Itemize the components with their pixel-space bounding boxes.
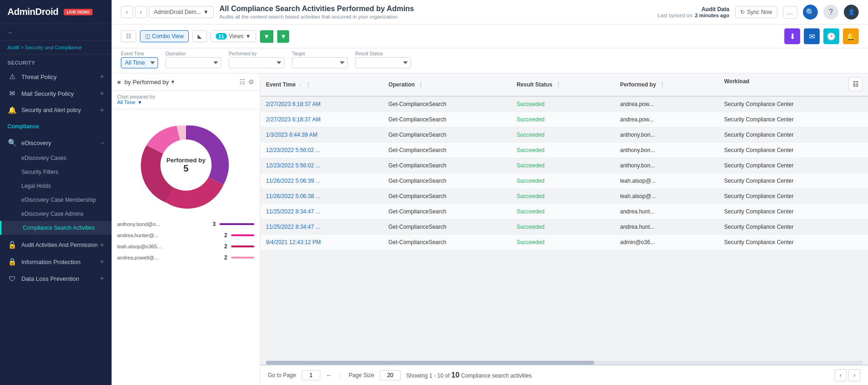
help-button[interactable]: ? [823,5,838,20]
user-button[interactable]: 👤 [844,5,859,20]
operation-filter: Operation [166,51,221,68]
download-btn[interactable]: ⬇ [784,28,800,44]
result-status-menu-icon[interactable]: ⋮ [556,81,561,88]
sidebar-item-ediscovery[interactable]: 🔍 eDiscovery − [0,134,112,151]
views-btn[interactable]: 11 Views ▼ [211,30,256,42]
result-status-select[interactable] [355,57,411,68]
info-protection-expand[interactable]: + [100,258,104,266]
scrollbar-thumb[interactable] [266,361,594,365]
more-options-button[interactable]: … [783,6,797,19]
page-go-btn[interactable]: ← [326,372,332,379]
cell-workload-8: Security Compliance Center [719,219,868,235]
page-number-input[interactable] [302,370,320,380]
legend-bar-3 [231,257,254,259]
cell-performed-by-2: anthony.bon... [615,127,719,143]
nav-next-btn[interactable]: › [135,6,147,18]
col-performed-by[interactable]: Performed by ⋮ [615,73,719,96]
sidebar-item-information-protection[interactable]: 🔒 Information Protection + [0,253,112,270]
cell-performed-by-9: admin@o36... [615,235,719,250]
sidebar-sub-legal-holds[interactable]: Legal Holds [0,179,112,193]
sidebar-item-data-loss[interactable]: 🛡 Data Loss Prevention + [0,270,112,287]
page-subtitle: Audits all the content search based acti… [219,14,414,20]
sidebar-sub-compliance-search[interactable]: Compliance Search Activities [0,221,112,235]
cell-workload-5: Security Compliance Center [719,173,868,189]
filter-row: Event Time All Time Operation Performed … [112,48,868,73]
event-time-menu-icon[interactable]: ⋮ [305,81,311,88]
cell-result-status-8: Succeeded [511,219,615,235]
cell-performed-by-5: leah.alsop@... [615,173,719,189]
cell-event-time-0: 2/27/2023 6:18:37 AM [260,96,383,112]
table-row: 11/26/2022 5:06:38 ... Get-ComplianceSea… [260,189,868,204]
threat-policy-expand[interactable]: + [100,73,104,81]
col-settings-btn[interactable]: ☷ [848,77,862,91]
cell-operation-3: Get-ComplianceSearch [383,143,511,158]
col-event-time[interactable]: Event Time ↓ ⋮ [260,73,383,96]
schedule-btn[interactable]: 🕑 [823,28,839,44]
sidebar-sub-ediscovery-cases[interactable]: eDiscovery Cases [0,151,112,165]
performed-by-label: Performed by [229,51,285,56]
grid-view-btn[interactable]: ☷ [121,30,136,42]
target-select[interactable] [292,57,348,68]
back-button[interactable]: ← [0,24,112,41]
chart-expand-icon[interactable]: ☷ [239,78,245,86]
chart-prepared-dropdown-icon: ▼ [137,100,142,105]
chart-settings-icon[interactable]: ⚙ [248,78,254,86]
chart-view-btn[interactable]: ◣ [192,30,207,42]
col-workload[interactable]: Workload ☷ [719,73,868,96]
views-dropdown-icon: ▼ [245,33,251,40]
event-time-select[interactable]: All Time [121,57,158,68]
sidebar-sub-case-admins[interactable]: eDiscovery Case Admins [0,207,112,221]
cell-operation-7: Get-ComplianceSearch [383,204,511,219]
sidebar-item-mail-security[interactable]: ✉ Mail Security Policy + [0,85,112,102]
chart-by-label: by Performed by [125,79,169,86]
filter-dropdown-btn[interactable]: ▼ [277,30,289,43]
chart-by-dropdown[interactable]: by Performed by ▼ [125,79,175,86]
audit-data-title: Audit Data [658,6,729,13]
operation-select[interactable] [166,57,221,68]
col-result-status[interactable]: Result Status ⋮ [511,73,615,96]
sidebar-item-threat-policy[interactable]: ⚠ Threat Policy + [0,68,112,85]
table-row: 12/23/2022 5:56:02 ... Get-ComplianceSea… [260,143,868,158]
result-status-filter: Result Status [355,51,411,68]
search-button[interactable]: 🔍 [803,5,818,20]
donut-chart: Performed by 5 [139,119,232,212]
org-selector[interactable]: AdminDroid Dem... ▼ [149,6,214,18]
cell-result-status-6: Succeeded [511,189,615,204]
sidebar-item-audit-activities[interactable]: 🔓 Audit Activities And Permission + [0,237,112,253]
cell-event-time-2: 1/3/2023 8:44:39 AM [260,127,383,143]
page-size-input[interactable] [380,370,401,380]
notification-btn[interactable]: 🔔 [843,28,859,44]
event-time-sort-icon[interactable]: ↓ [299,81,302,88]
performed-by-menu-icon[interactable]: ⋮ [659,81,665,88]
email-btn[interactable]: ✉ [804,28,820,44]
operation-menu-icon[interactable]: ⋮ [418,81,424,88]
sidebar: AdminDroid LIVE DEMO ← Audit > Security … [0,0,112,385]
combo-view-btn[interactable]: ◫ Combo View [140,30,189,42]
horizontal-scrollbar[interactable] [266,361,862,365]
sidebar-item-security-alert[interactable]: 🔔 Security and Alert policy + [0,102,112,119]
table-row: 11/26/2022 5:06:39 ... Get-ComplianceSea… [260,173,868,189]
audit-expand[interactable]: + [100,241,104,249]
security-alert-expand[interactable]: + [100,106,104,114]
operation-label: Operation [166,51,221,56]
data-loss-expand[interactable]: + [100,274,104,283]
cell-result-status-0: Succeeded [511,96,615,112]
cell-workload-2: Security Compliance Center [719,127,868,143]
cell-performed-by-7: andrea.hunt... [615,204,719,219]
mail-security-expand[interactable]: + [100,89,104,98]
prev-page-btn[interactable]: ‹ [835,369,847,381]
legend-bar-2 [231,246,254,247]
filter-btn[interactable]: ▼ [260,30,273,43]
sidebar-sub-security-filters[interactable]: Security Filters [0,165,112,179]
legend-count-0: 3 [212,221,216,227]
sidebar-sub-case-membership[interactable]: eDiscovery Case Membership [0,193,112,207]
sync-now-button[interactable]: ↻ Sync Now [735,6,777,18]
performed-by-select[interactable] [229,57,285,68]
col-operation[interactable]: Operation ⋮ [383,73,511,96]
table-container[interactable]: Event Time ↓ ⋮ Operation ⋮ Result Status… [260,73,868,361]
next-page-btn[interactable]: › [848,369,861,381]
ediscovery-collapse[interactable]: − [100,139,104,146]
chart-prepared-value[interactable]: All Time ▼ [117,100,254,105]
chart-prepared-area: Chart prepared for All Time ▼ [112,91,260,109]
nav-prev-btn[interactable]: ‹ [121,6,133,18]
